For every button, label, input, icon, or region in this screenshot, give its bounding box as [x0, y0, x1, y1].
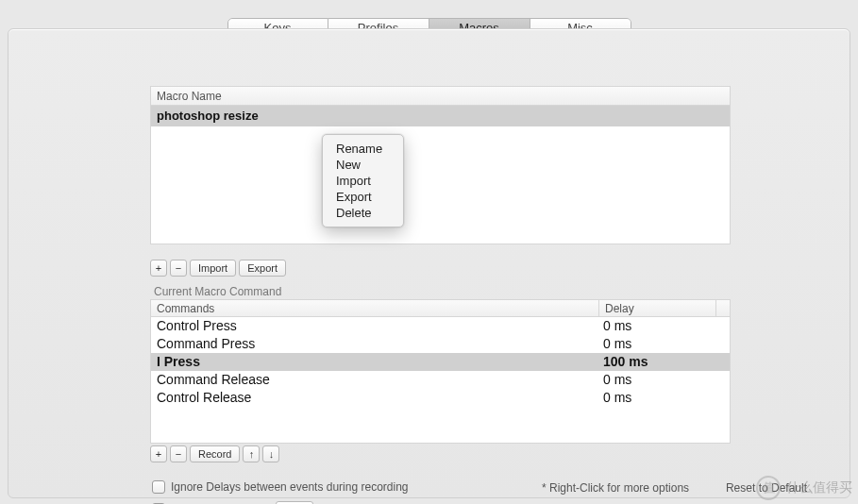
delay-cell: 100 ms: [597, 353, 730, 371]
command-cell: Command Release: [151, 371, 597, 389]
remove-command-button[interactable]: −: [170, 445, 187, 462]
watermark-text: 什么值得买: [786, 479, 852, 496]
ctx-import[interactable]: Import: [323, 173, 403, 189]
delay-cell: 0 ms: [597, 317, 730, 335]
command-table-header: Commands Delay: [151, 300, 730, 317]
move-up-button[interactable]: ↑: [243, 445, 260, 462]
ctx-export[interactable]: Export: [323, 189, 403, 205]
add-macro-button[interactable]: +: [150, 260, 167, 277]
macro-table-empty[interactable]: [151, 126, 730, 244]
col-spacer: [716, 300, 730, 316]
macro-row[interactable]: photoshop resize: [151, 106, 730, 126]
ctx-delete[interactable]: Delete: [323, 205, 403, 221]
col-commands[interactable]: Commands: [151, 300, 599, 316]
import-macro-button[interactable]: Import: [190, 260, 236, 277]
delay-cell: 0 ms: [597, 335, 730, 353]
watermark: 值 什么值得买: [756, 476, 852, 500]
ignore-delays-label: Ignore Delays between events during reco…: [171, 480, 408, 494]
macro-table-header[interactable]: Macro Name: [151, 87, 730, 106]
export-macro-button[interactable]: Export: [239, 260, 286, 277]
remove-macro-button[interactable]: −: [170, 260, 187, 277]
command-cell: Control Release: [151, 389, 597, 407]
command-row[interactable]: Command Press 0 ms: [151, 335, 730, 353]
command-table-empty[interactable]: [151, 407, 730, 443]
ctx-rename[interactable]: Rename: [323, 141, 403, 157]
command-row[interactable]: Control Release 0 ms: [151, 389, 730, 407]
command-toolbar: + − Record ↑ ↓: [150, 445, 732, 462]
ignore-delays-checkbox[interactable]: [152, 480, 165, 494]
move-down-button[interactable]: ↓: [262, 445, 279, 462]
command-row[interactable]: Command Release 0 ms: [151, 371, 730, 389]
section-label: Current Macro Command: [154, 285, 281, 298]
context-menu: Rename New Import Export Delete: [322, 134, 404, 227]
macro-table: Macro Name photoshop resize: [150, 86, 731, 244]
command-row[interactable]: Control Press 0 ms: [151, 317, 730, 335]
main-panel: Macro Name photoshop resize + − Import E…: [8, 28, 850, 498]
record-button[interactable]: Record: [190, 445, 240, 462]
command-row[interactable]: I Press 100 ms: [151, 353, 730, 371]
command-cell: I Press: [151, 353, 597, 371]
watermark-badge-icon: 值: [756, 476, 781, 500]
delay-cell: 0 ms: [597, 389, 730, 407]
col-delay[interactable]: Delay: [599, 300, 716, 316]
macro-toolbar: + − Import Export: [150, 260, 732, 277]
right-click-hint: * Right-Click for more options: [542, 481, 689, 495]
ctx-new[interactable]: New: [323, 157, 403, 173]
command-table: Commands Delay Control Press 0 ms Comman…: [150, 299, 731, 444]
command-cell: Control Press: [151, 317, 597, 335]
ignore-delays-option[interactable]: Ignore Delays between events during reco…: [152, 480, 408, 494]
command-cell: Command Press: [151, 335, 597, 353]
delay-cell: 0 ms: [597, 371, 730, 389]
add-command-button[interactable]: +: [150, 445, 167, 462]
